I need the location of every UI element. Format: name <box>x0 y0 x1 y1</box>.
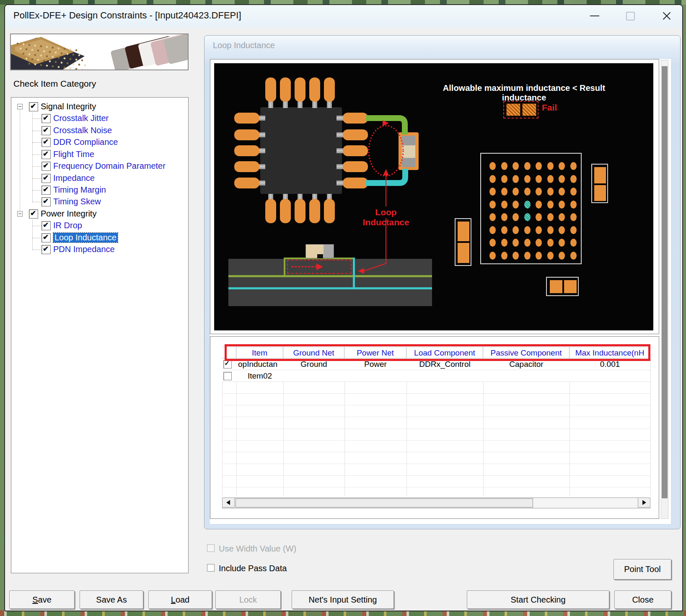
table-row[interactable]: Item02 <box>222 370 650 382</box>
include-pass-data-checkbox-row[interactable]: Include Pass Data <box>207 564 316 573</box>
xsec-layer-bottom <box>228 289 432 306</box>
bga-ball <box>501 188 507 196</box>
tree-connector-stub <box>32 202 41 202</box>
minimize-icon <box>590 15 599 16</box>
maximize-button[interactable] <box>621 8 639 24</box>
vertical-scrollbar-thumb[interactable] <box>662 66 668 498</box>
chip-pin-top <box>309 77 320 102</box>
tree-connector-stub <box>32 178 41 179</box>
bga-ball <box>547 201 554 209</box>
tree-checkbox[interactable] <box>41 186 51 195</box>
tree-item-loop-inductance[interactable]: Loop Inductance <box>11 232 188 244</box>
tree-checkbox[interactable] <box>41 114 51 123</box>
table-header-Item[interactable]: Item <box>236 347 283 358</box>
tree-item-timing-skew[interactable]: Timing Skew <box>11 196 188 208</box>
tree-item-signal-integrity[interactable]: Signal Integrity <box>11 101 188 113</box>
scroll-left-button[interactable] <box>222 497 235 508</box>
passive-component-bottom <box>546 277 579 296</box>
chip-pin-bottom <box>295 199 305 223</box>
table-header-Power Net[interactable]: Power Net <box>344 347 406 358</box>
table-header-Ground Net[interactable]: Ground Net <box>283 347 344 358</box>
tree-expand-icon[interactable] <box>17 104 23 109</box>
tree-checkbox[interactable] <box>41 126 51 135</box>
table-header-Max Inductance(nH[interactable]: Max Inductance(nH <box>570 347 650 358</box>
chip-pin-right <box>343 178 368 188</box>
use-width-value-checkbox-row[interactable]: Use Width Value (W) <box>207 544 316 553</box>
tree-checkbox[interactable] <box>41 138 51 147</box>
check-item-tree[interactable]: Signal IntegrityCrosstalk JitterCrosstal… <box>11 97 189 573</box>
tree-item-impedance[interactable]: Impedance <box>11 173 188 184</box>
table-header-select[interactable] <box>222 347 236 358</box>
table-horizontal-scrollbar[interactable] <box>222 497 650 508</box>
tree-checkbox[interactable] <box>41 174 51 183</box>
tree-checkbox[interactable] <box>41 233 51 242</box>
bga-ball <box>489 175 496 183</box>
tree-item-frequency-domain-parameter[interactable]: Frequency Domain Parameter <box>11 160 188 172</box>
load-button[interactable]: Load <box>148 590 212 609</box>
save-as-button[interactable]: Save As <box>80 590 143 609</box>
bga-ball <box>547 188 554 196</box>
table-header-Load Component[interactable]: Load Component <box>406 347 483 358</box>
net-s-input-setting-button[interactable]: Net's Input Setting <box>292 590 394 609</box>
tree-item-crosstalk-noise[interactable]: Crosstalk Noise <box>11 125 188 137</box>
table-cell: Power <box>344 358 406 370</box>
passive-component-right <box>591 164 608 203</box>
table-row[interactable]: opInductanGroundPowerDDRx_ControlCapacit… <box>222 358 650 370</box>
tree-checkbox[interactable] <box>41 162 51 171</box>
chip-pin-left <box>234 145 259 156</box>
table-cell: 0.001 <box>570 358 650 370</box>
bga-ball <box>536 213 542 221</box>
chip-pin-right <box>343 145 368 156</box>
tree-checkbox[interactable] <box>41 150 51 159</box>
table-cell: DDRx_Control <box>406 358 483 370</box>
loop-inductance-annotation: Loop Inductance <box>352 207 419 227</box>
tree-connector-stub <box>32 166 41 167</box>
tree-checkbox[interactable] <box>41 221 51 230</box>
bga-ball <box>559 213 565 221</box>
scroll-right-button[interactable] <box>638 497 650 508</box>
tree-item-pdn-impedance[interactable]: PDN Impedance <box>11 244 188 255</box>
row-checkbox[interactable] <box>223 360 232 369</box>
include-pass-data-checkbox[interactable] <box>207 564 215 572</box>
tree-checkbox[interactable] <box>41 197 51 206</box>
start-checking-button[interactable]: Start Checking <box>467 590 609 609</box>
bga-ball <box>536 201 542 209</box>
horizontal-scrollbar-thumb[interactable] <box>236 498 533 508</box>
tree-item-flight-time[interactable]: Flight Time <box>11 149 188 160</box>
bga-ball <box>559 188 565 196</box>
tree-item-crosstalk-jitter[interactable]: Crosstalk Jitter <box>11 113 188 124</box>
content-vertical-scrollbar[interactable] <box>661 60 668 519</box>
scroll-left-icon <box>224 500 230 505</box>
tree-item-ddr-compliance[interactable]: DDR Compliance <box>11 137 188 148</box>
save-button[interactable]: Save <box>9 590 75 609</box>
bga-ball <box>501 239 507 247</box>
bga-ball <box>547 162 554 170</box>
lock-button: Lock <box>215 590 281 609</box>
xsec-power-via <box>353 258 355 287</box>
loop-inductance-groupbox: Loop Inductance Allowable maximum induct… <box>204 35 681 529</box>
bga-ball <box>524 175 531 183</box>
bga-ball <box>536 175 542 183</box>
tree-expand-icon[interactable] <box>17 211 23 217</box>
chip-pin-top <box>265 77 276 102</box>
table-cell <box>570 370 650 382</box>
point-tool-button[interactable]: Point Tool <box>614 559 671 580</box>
bga-ball <box>524 239 531 247</box>
tree-item-power-integrity[interactable]: Power Integrity <box>11 208 188 220</box>
row-checkbox[interactable] <box>223 372 232 380</box>
bga-ball <box>524 226 531 234</box>
table-header-Passive Component[interactable]: Passive Component <box>483 347 570 358</box>
include-pass-data-label: Include Pass Data <box>219 564 287 573</box>
close-button[interactable] <box>658 8 676 24</box>
tree-checkbox[interactable] <box>41 245 51 254</box>
close-button[interactable]: Close <box>614 590 671 609</box>
tree-checkbox[interactable] <box>29 209 38 219</box>
tree-checkbox[interactable] <box>29 102 38 111</box>
xsec-capacitor-notch <box>317 254 323 258</box>
table-gridline <box>650 358 651 496</box>
use-width-value-checkbox[interactable] <box>207 544 215 552</box>
tree-item-timing-margin[interactable]: Timing Margin <box>11 184 188 196</box>
tree-item-ir-drop[interactable]: IR Drop <box>11 220 188 232</box>
bga-ball <box>570 188 577 196</box>
minimize-button[interactable] <box>585 8 604 24</box>
